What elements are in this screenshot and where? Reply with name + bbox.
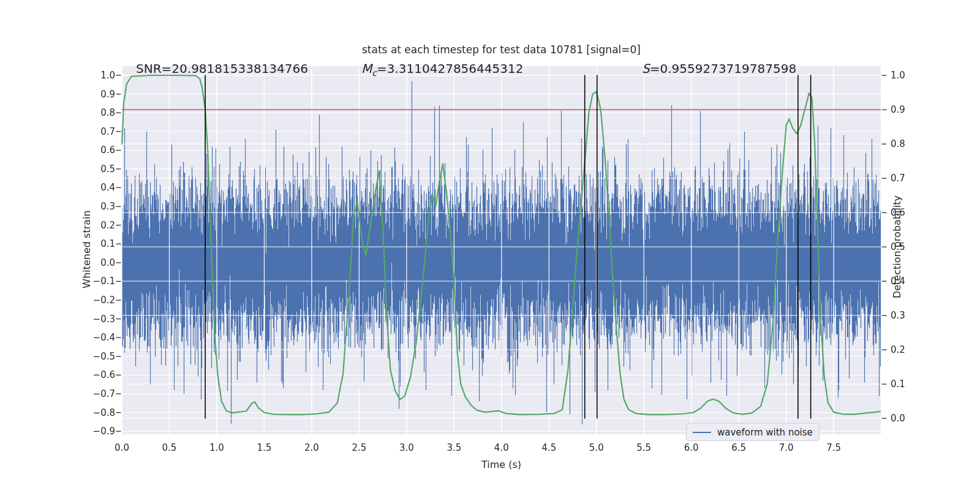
x-tick-label: 7.0: [779, 442, 794, 453]
x-tick-label: 1.0: [209, 442, 224, 453]
figure: 1.00.90.80.70.60.50.40.30.20.10.0−0.1−0.…: [0, 0, 980, 490]
y-left-tick-label: 0.6: [100, 145, 115, 156]
y-left-tick-label: 0.0: [100, 257, 115, 268]
y-left-tick-label: −0.5: [93, 351, 115, 362]
y-left-tick-label: 0.2: [100, 220, 115, 231]
x-tick-label: 2.5: [352, 442, 366, 453]
y-right-tick-label: 0.0: [891, 413, 905, 424]
x-tick-label: 6.5: [731, 442, 746, 453]
y-left-tick-label: 0.3: [100, 201, 115, 212]
y-right-tick-label: 0.7: [891, 173, 905, 184]
y-left-tick-label: 1.0: [100, 70, 115, 81]
x-tick-label: 3.5: [447, 442, 461, 453]
x-tick-label: 0.0: [115, 442, 129, 453]
y-left-tick-label: −0.1: [93, 276, 115, 287]
y-left-tick-label: 0.8: [100, 107, 115, 118]
snr-annotation: SNR=20.981815338134766: [136, 61, 308, 76]
y-left-tick-label: −0.2: [93, 295, 115, 306]
score-annotation: S=0.9559273719787598: [642, 61, 796, 76]
y-left-tick-label: 0.7: [100, 126, 115, 137]
x-tick-label: 1.5: [257, 442, 271, 453]
x-tick-label: 0.5: [162, 442, 177, 453]
chart-title: stats at each timestep for test data 107…: [122, 43, 881, 56]
y-left-tick-label: 0.5: [100, 164, 115, 175]
y-left-tick-label: −0.3: [93, 314, 115, 325]
y-axis-label-right: Detection probability: [891, 195, 903, 298]
x-axis-label: Time (s): [122, 459, 881, 470]
x-tick-label: 4.5: [541, 442, 556, 453]
x-tick-label: 2.0: [304, 442, 319, 453]
y-left-tick-label: −0.7: [93, 388, 115, 399]
x-tick-label: 4.0: [494, 442, 509, 453]
y-left-tick-label: 0.1: [100, 238, 115, 249]
x-tick-label: 5.5: [636, 442, 651, 453]
legend-label: waveform with noise: [717, 427, 813, 438]
y-left-tick-label: −0.4: [93, 332, 115, 343]
x-tick-label: 5.0: [589, 442, 604, 453]
y-left-tick-label: −0.9: [93, 426, 115, 437]
y-axis-label-left: Whitened strain: [81, 210, 92, 288]
y-left-tick-label: 0.9: [100, 89, 115, 100]
y-left-tick-label: −0.8: [93, 407, 115, 418]
y-left-tick-label: 0.4: [100, 182, 115, 193]
x-tick-label: 6.0: [684, 442, 699, 453]
legend-line-swatch: [693, 432, 711, 433]
x-tick-label: 7.5: [826, 442, 841, 453]
y-right-tick-label: 1.0: [891, 70, 905, 81]
chirp-mass-annotation: Mc=3.3110427856445312: [361, 61, 523, 78]
y-right-tick-label: 0.3: [891, 310, 905, 321]
legend: waveform with noise: [686, 423, 820, 441]
y-right-tick-label: 0.8: [891, 138, 905, 149]
x-tick-label: 3.0: [399, 442, 414, 453]
y-right-tick-label: 0.1: [891, 379, 905, 390]
y-left-tick-label: −0.6: [93, 369, 115, 380]
y-right-tick-label: 0.2: [891, 344, 905, 355]
y-right-tick-label: 0.9: [891, 104, 905, 115]
